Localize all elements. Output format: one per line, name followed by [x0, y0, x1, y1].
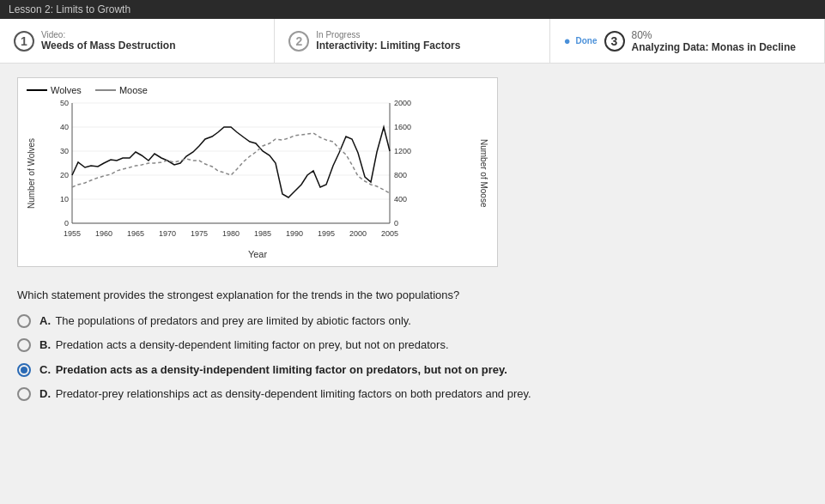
- answer-option-d[interactable]: D. Predator-prey relationships act as de…: [17, 386, 808, 402]
- legend-moose-label: Moose: [119, 85, 148, 95]
- svg-text:1985: 1985: [254, 229, 271, 238]
- radio-d[interactable]: [17, 387, 31, 401]
- svg-text:30: 30: [60, 147, 69, 155]
- svg-text:1965: 1965: [127, 229, 144, 238]
- answer-text-d: D. Predator-prey relationships act as de…: [39, 386, 531, 402]
- nav-step-1-status: Video:: [41, 30, 175, 39]
- nav-step-3-done-row: ● Done: [564, 34, 598, 47]
- legend-moose-line: [95, 89, 116, 91]
- nav-step-2-title: Interactivity: Limiting Factors: [316, 39, 460, 52]
- nav-step-2-num: 2: [288, 31, 309, 52]
- radio-c[interactable]: [17, 363, 31, 377]
- chart-legend: Wolves Moose: [27, 85, 488, 95]
- nav-step-3-title: Analyzing Data: Monas in Decline: [632, 41, 796, 53]
- svg-text:1990: 1990: [286, 229, 303, 238]
- nav-step-3-num: 3: [604, 31, 625, 52]
- answer-text-a: A. The populations of predators and prey…: [39, 313, 411, 329]
- svg-text:800: 800: [394, 171, 407, 179]
- done-icon: ●: [564, 34, 571, 47]
- svg-text:0: 0: [64, 219, 69, 228]
- nav-item-3[interactable]: ● Done 3 80% Analyzing Data: Monas in De…: [550, 19, 825, 63]
- svg-text:1980: 1980: [222, 229, 240, 238]
- svg-text:2005: 2005: [381, 229, 398, 238]
- nav-item-1[interactable]: 1 Video: Weeds of Mass Destruction: [0, 19, 275, 63]
- svg-text:1960: 1960: [95, 229, 112, 238]
- svg-text:10: 10: [60, 195, 69, 203]
- nav-item-2[interactable]: 2 In Progress Interactivity: Limiting Fa…: [275, 19, 549, 63]
- legend-moose: Moose: [95, 85, 148, 95]
- chart-area: .grid-line { stroke: #ddd; stroke-width:…: [38, 99, 476, 247]
- top-bar: Lesson 2: Limits to Growth: [0, 0, 825, 19]
- question-section: Which statement provides the strongest e…: [17, 288, 808, 402]
- radio-a[interactable]: [17, 314, 31, 328]
- nav-step-1-title: Weeds of Mass Destruction: [41, 39, 175, 52]
- nav-step-2-status: In Progress: [316, 30, 460, 39]
- svg-text:400: 400: [394, 195, 407, 203]
- moose-line: [72, 133, 390, 193]
- nav-step-3-pct: 80%: [632, 29, 796, 41]
- nav-step-2-label-block: In Progress Interactivity: Limiting Fact…: [316, 30, 460, 52]
- svg-text:40: 40: [60, 123, 69, 131]
- answer-option-a[interactable]: A. The populations of predators and prey…: [17, 313, 808, 329]
- nav-step-1-label-block: Video: Weeds of Mass Destruction: [41, 30, 175, 52]
- top-bar-label: Lesson 2: Limits to Growth: [9, 3, 130, 15]
- y-axis-left-label: Number of Wolves: [27, 99, 36, 247]
- svg-text:1995: 1995: [318, 229, 335, 238]
- answer-text-b: B. Predation acts a density-dependent li…: [39, 337, 449, 353]
- svg-text:1600: 1600: [394, 123, 411, 131]
- svg-text:2000: 2000: [394, 99, 411, 107]
- chart-svg: .grid-line { stroke: #ddd; stroke-width:…: [38, 99, 433, 245]
- answer-text-c: C. Predation acts as a density-independe…: [39, 362, 507, 378]
- radio-b[interactable]: [17, 338, 31, 352]
- svg-text:1970: 1970: [159, 229, 176, 238]
- svg-text:1200: 1200: [394, 147, 411, 155]
- legend-wolves-line: [27, 89, 47, 91]
- chart-x-label: Year: [27, 249, 488, 259]
- legend-wolves-label: Wolves: [51, 85, 82, 95]
- chart-svg-wrapper: Number of Wolves .grid-line { stroke: #d…: [27, 99, 488, 247]
- nav-step-3-label-block: 80% Analyzing Data: Monas in Decline: [632, 29, 796, 53]
- svg-text:50: 50: [60, 99, 69, 107]
- progress-nav: 1 Video: Weeds of Mass Destruction 2 In …: [0, 19, 825, 64]
- radio-c-inner: [21, 367, 27, 373]
- wolf-line: [72, 127, 390, 197]
- svg-text:1975: 1975: [191, 229, 208, 238]
- answer-option-b[interactable]: B. Predation acts a density-dependent li…: [17, 337, 808, 353]
- nav-step-3-done-label: Done: [576, 36, 598, 46]
- svg-text:2000: 2000: [349, 229, 367, 238]
- nav-step-1-num: 1: [14, 31, 34, 52]
- question-text: Which statement provides the strongest e…: [17, 288, 808, 303]
- y-axis-right-label: Number of Moose: [479, 99, 488, 247]
- legend-wolves: Wolves: [27, 85, 82, 95]
- svg-text:0: 0: [394, 219, 398, 228]
- svg-text:1955: 1955: [64, 229, 81, 238]
- chart-container: Wolves Moose Number of Wolves .grid-line…: [17, 77, 498, 267]
- answer-option-c[interactable]: C. Predation acts as a density-independe…: [17, 362, 808, 378]
- main-content: Wolves Moose Number of Wolves .grid-line…: [0, 64, 825, 504]
- svg-text:20: 20: [60, 171, 69, 179]
